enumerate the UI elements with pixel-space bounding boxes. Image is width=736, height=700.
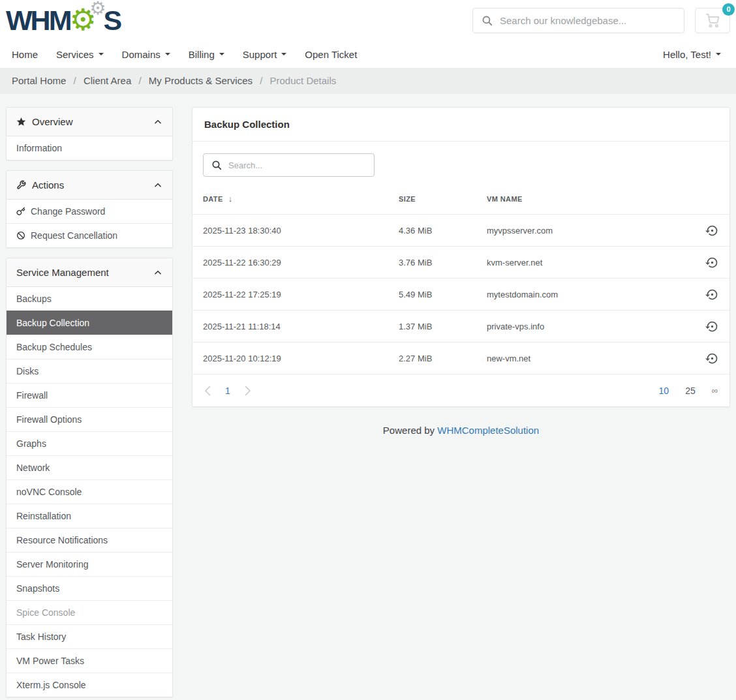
sidebar-item-request-cancellation[interactable]: Request Cancellation	[7, 223, 172, 247]
sidebar-item-vm-power-tasks[interactable]: VM Power Tasks	[7, 648, 172, 673]
whmcs-footer-link[interactable]: WHMCompleteSolution	[437, 425, 539, 436]
backup-collection-panel: Backup Collection DATE ↓ SIZE VM NAME 20…	[192, 107, 730, 407]
service-management-panel-header[interactable]: Service Management	[7, 258, 172, 287]
key-icon	[16, 207, 25, 216]
page-title: Backup Collection	[192, 108, 729, 142]
cell-size: 2.27 MiB	[399, 354, 487, 363]
logo-text-whm: WHM	[6, 7, 70, 35]
caret-down-icon	[219, 53, 224, 55]
chevron-right-icon	[245, 386, 251, 396]
top-header: WHM ⚙ ⚙ S 0	[0, 0, 736, 40]
ban-icon	[16, 231, 25, 240]
overview-panel-header[interactable]: Overview	[7, 108, 172, 136]
search-icon	[482, 15, 493, 26]
cell-date: 2025-11-20 10:12:19	[203, 354, 399, 363]
prev-page-button[interactable]	[204, 386, 211, 396]
chevron-left-icon	[204, 386, 211, 396]
table-row: 2025-11-22 17:25:19 5.49 MiB mytestdomai…	[192, 278, 729, 310]
breadcrumb-separator: /	[74, 75, 76, 86]
footer: Powered by WHMCompleteSolution	[192, 407, 730, 455]
nav-item-home[interactable]: Home	[6, 42, 47, 67]
caret-down-icon	[716, 53, 721, 55]
sort-desc-icon: ↓	[228, 194, 233, 204]
cell-size: 1.37 MiB	[399, 322, 487, 331]
whmcs-logo[interactable]: WHM ⚙ ⚙ S	[6, 4, 120, 37]
cell-date: 2025-11-23 18:30:40	[203, 226, 399, 236]
cell-date: 2025-11-22 16:30:29	[203, 258, 399, 267]
sidebar-item-graphs[interactable]: Graphs	[7, 431, 172, 455]
cell-size: 3.76 MiB	[399, 258, 487, 267]
actions-panel: Actions Change Password Request Cancella…	[6, 170, 173, 248]
table-row: 2025-11-22 16:30:29 3.76 MiB kvm-server.…	[192, 246, 729, 278]
sidebar-item-information[interactable]: Information	[7, 136, 172, 160]
table-search	[203, 153, 375, 177]
next-page-button[interactable]	[245, 386, 251, 396]
cell-vm-name: mytestdomain.com	[487, 290, 693, 299]
breadcrumb-current: Product Details	[270, 75, 337, 86]
chevron-up-icon	[153, 181, 162, 190]
sidebar: Overview Information Actions	[6, 107, 173, 700]
main-navigation: Home Services Domains Billing Support Op…	[0, 40, 736, 68]
caret-down-icon	[165, 53, 170, 55]
restore-icon[interactable]	[693, 288, 719, 301]
restore-icon[interactable]	[693, 320, 719, 333]
restore-icon[interactable]	[693, 224, 719, 237]
knowledgebase-search-input[interactable]	[500, 15, 675, 26]
service-management-panel: Service Management Backups Backup Collec…	[6, 258, 173, 697]
breadcrumb: Portal Home / Client Area / My Products …	[0, 68, 736, 94]
column-header-date[interactable]: DATE ↓	[203, 194, 399, 204]
page-size-10[interactable]: 10	[659, 386, 669, 396]
cell-vm-name: myvpsserver.com	[487, 226, 693, 236]
chevron-up-icon	[153, 117, 162, 127]
table-search-input[interactable]	[228, 160, 366, 170]
breadcrumb-my-products[interactable]: My Products & Services	[149, 75, 253, 86]
panel-title: Actions	[32, 179, 64, 190]
breadcrumb-client-area[interactable]: Client Area	[84, 75, 131, 86]
sidebar-item-server-monitoring[interactable]: Server Monitoring	[7, 552, 172, 576]
wrench-icon	[16, 180, 26, 190]
sidebar-item-change-password[interactable]: Change Password	[7, 200, 172, 223]
table-header-row: DATE ↓ SIZE VM NAME	[192, 194, 729, 214]
cell-vm-name: new-vm.net	[487, 354, 693, 363]
powered-by-text: Powered by	[383, 425, 437, 436]
table-row: 2025-11-20 10:12:19 2.27 MiB new-vm.net	[192, 342, 729, 374]
sidebar-item-snapshots[interactable]: Snapshots	[7, 576, 172, 600]
cell-vm-name: private-vps.info	[487, 322, 693, 331]
sidebar-item-reinstallation[interactable]: Reinstallation	[7, 504, 172, 528]
sidebar-item-xterm-console[interactable]: Xterm.js Console	[7, 673, 172, 697]
table-pagination: 1 10 25 ∞	[192, 374, 729, 406]
nav-item-billing[interactable]: Billing	[179, 42, 234, 67]
knowledgebase-search	[472, 8, 684, 33]
nav-item-support[interactable]: Support	[234, 42, 296, 67]
sidebar-item-firewall-options[interactable]: Firewall Options	[7, 407, 172, 431]
sidebar-item-network[interactable]: Network	[7, 455, 172, 479]
breadcrumb-separator: /	[260, 75, 262, 86]
sidebar-item-resource-notifications[interactable]: Resource Notifications	[7, 528, 172, 552]
sidebar-item-spice-console[interactable]: Spice Console	[7, 600, 172, 624]
column-header-size[interactable]: SIZE	[399, 195, 487, 203]
nav-item-open-ticket[interactable]: Open Ticket	[296, 42, 366, 67]
nav-item-services[interactable]: Services	[47, 42, 113, 67]
sidebar-item-firewall[interactable]: Firewall	[7, 383, 172, 407]
nav-item-domains[interactable]: Domains	[113, 42, 179, 67]
restore-icon[interactable]	[693, 256, 719, 269]
page-size-25[interactable]: 25	[685, 386, 696, 396]
sidebar-item-novnc-console[interactable]: noVNC Console	[7, 479, 172, 504]
cell-size: 5.49 MiB	[399, 290, 487, 299]
cart-button[interactable]: 0	[695, 8, 730, 33]
sidebar-item-disks[interactable]: Disks	[7, 359, 172, 383]
restore-icon[interactable]	[693, 352, 719, 365]
user-menu[interactable]: Hello, Test!	[654, 42, 730, 67]
breadcrumb-separator: /	[138, 75, 141, 86]
sidebar-item-task-history[interactable]: Task History	[7, 624, 172, 648]
panel-title: Service Management	[16, 267, 109, 278]
sidebar-item-backup-schedules[interactable]: Backup Schedules	[7, 335, 172, 359]
page-size-all[interactable]: ∞	[712, 386, 718, 395]
breadcrumb-portal-home[interactable]: Portal Home	[12, 75, 66, 86]
actions-panel-header[interactable]: Actions	[7, 171, 172, 200]
page-number[interactable]: 1	[225, 386, 230, 396]
column-header-vm-name[interactable]: VM NAME	[487, 195, 693, 203]
sidebar-item-backup-collection[interactable]: Backup Collection	[7, 311, 172, 335]
sidebar-item-backups[interactable]: Backups	[7, 287, 172, 311]
shopping-cart-icon	[705, 12, 720, 28]
